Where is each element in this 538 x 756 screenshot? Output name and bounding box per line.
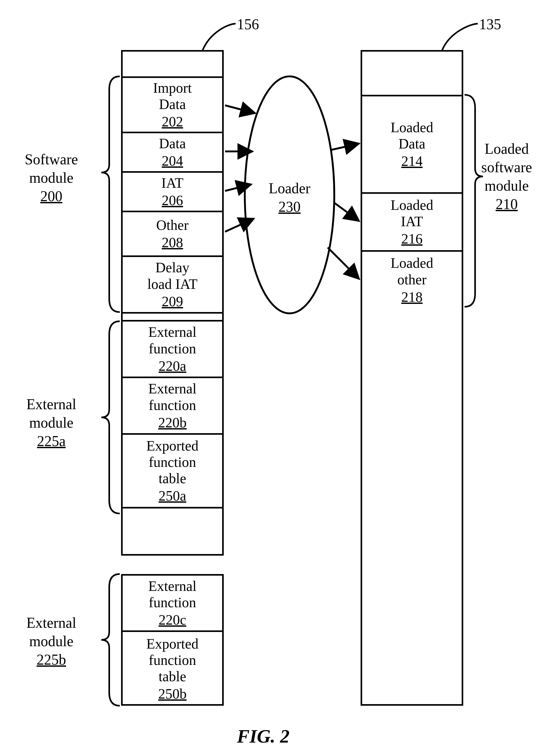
cell-ref: 220b [158,415,187,431]
arrow-loaded-data [330,144,359,150]
cell-ref: 208 [162,234,183,251]
cell-label: Exported function table [146,636,198,685]
cell-ext-func-a: External function 220a [123,321,222,378]
cell-ref: 250b [158,686,187,702]
cell-label: Other [156,217,189,233]
callout-right-135: 135 [479,16,501,33]
callout-left-156: 156 [237,16,259,33]
cell-label: Loaded other [391,255,433,288]
right-column: Loaded Data 214 Loaded IAT 216 Loaded ot… [360,50,463,706]
label-ref: 230 [255,198,324,216]
cell-import-data: Import Data 202 [123,78,222,133]
label-text: External module [26,614,76,649]
cell-ref: 209 [162,293,183,310]
cell-ref: 220c [159,612,187,628]
cell-delay-load-iat: Delay load IAT 209 [123,257,222,314]
brace-software-module [101,76,120,312]
arrow-iat [225,184,251,191]
label-external-module-a: External module 225a [13,395,89,450]
cell-label: Exported function table [146,437,198,487]
cell-label: External function [148,380,197,413]
cell-exported-table-b: Exported function table 250b [123,632,222,706]
cell-ext-func-b: External function 220b [123,378,222,435]
label-text: Loaded software module [481,141,532,194]
label-text: Software module [25,151,78,186]
label-external-module-b: External module 225b [13,613,89,669]
cell-loaded-other: Loaded other 218 [362,252,462,308]
label-text: Loader [269,180,311,197]
cell-ref: 202 [162,113,183,130]
label-ref: 225b [13,650,89,669]
cell-ref: 220a [159,358,187,374]
cell-other: Other 208 [123,212,222,257]
cell-ref: 206 [162,192,183,208]
label-loaded-software-module: Loaded software module 210 [476,140,537,213]
label-ref: 200 [13,187,89,205]
leader-156 [203,24,236,50]
label-ref: 225a [13,432,89,450]
cell-label: Loaded IAT [391,197,433,230]
cell-ref: 250a [159,488,187,504]
brace-external-module-a [101,321,120,513]
brace-external-module-b [101,574,120,706]
figure-canvas: Import Data 202 Data 204 IAT 206 Other 2… [0,0,538,756]
cell-label: IAT [161,175,184,191]
arrow-loaded-other [328,248,359,279]
cell-ref: 204 [162,153,183,169]
cell-label: Data [159,135,186,152]
cell-label: Import Data [153,80,192,112]
label-ref: 210 [476,195,537,213]
cell-ref: 216 [402,231,423,247]
cell-iat: IAT 206 [123,173,222,212]
arrow-other [225,218,254,232]
cell-loaded-iat: Loaded IAT 216 [362,194,462,252]
label-loader: Loader 230 [255,179,324,216]
leader-135 [442,24,478,50]
left-column-top: Import Data 202 Data 204 IAT 206 Other 2… [121,50,224,555]
label-text: External module [26,396,76,431]
cell-exported-table-a: Exported function table 250a [123,435,222,508]
cell-label: Delay load IAT [147,260,197,292]
cell-label: External function [148,324,197,357]
cell-data: Data 204 [123,133,222,173]
cell-ext-func-c: External function 220c [123,576,222,632]
cell-ref: 218 [402,289,423,305]
arrow-import-data [225,105,255,113]
label-software-module: Software module 200 [13,150,89,205]
left-column-ext-b: External function 220c Exported function… [121,574,224,706]
cell-label: External function [148,578,197,611]
cell-ref: 214 [402,153,423,169]
figure-label: FIG. 2 [237,726,290,747]
arrow-loaded-iat [334,203,359,221]
cell-loaded-data: Loaded Data 214 [362,96,462,194]
cell-label: Loaded Data [391,119,433,152]
